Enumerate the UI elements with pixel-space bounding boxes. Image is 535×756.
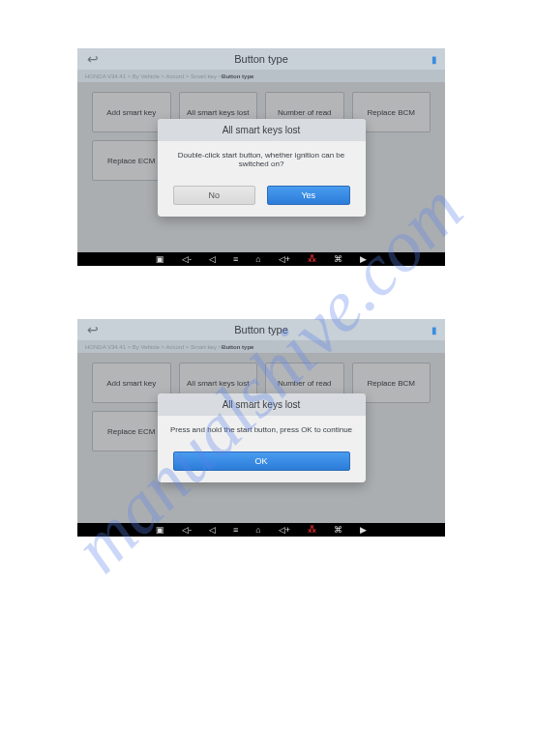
device-screen-1: ↩ Button type ▮ HONDA V34.41 > By Vehicl… [77, 48, 445, 266]
no-button[interactable]: No [173, 186, 256, 205]
nav-bar: ▣ ◁- ◁ ≡ ⌂ ◁+ ⁂ ⌘ ▶ [77, 523, 445, 537]
modal-dialog: All smart keys lost Double-click start b… [158, 119, 366, 217]
screenshot-icon[interactable]: ▶ [360, 525, 367, 535]
bluetooth-icon[interactable]: ⁂ [308, 525, 316, 535]
menu-icon[interactable]: ≡ [233, 525, 238, 535]
bluetooth-icon[interactable]: ⁂ [308, 254, 316, 264]
modal-overlay: All smart keys lost Press and hold the s… [77, 353, 445, 523]
breadcrumb: HONDA V34.41 > By Vehicle > Accord > Sma… [77, 340, 445, 353]
modal-body: Press and hold the start button, press O… [158, 416, 366, 444]
page-title: Button type [234, 53, 288, 65]
page-title: Button type [234, 324, 288, 335]
volume-up-icon[interactable]: ◁+ [279, 525, 290, 535]
usb-icon: ▮ [431, 54, 437, 65]
modal-footer: OK [158, 444, 366, 482]
ok-button[interactable]: OK [173, 451, 350, 471]
back-nav-icon[interactable]: ◁ [209, 525, 216, 535]
header-bar: ↩ Button type ▮ [77, 48, 445, 70]
volume-down-icon[interactable]: ◁- [182, 525, 192, 535]
usb-icon: ▮ [431, 325, 437, 335]
modal-footer: No Yes [158, 178, 366, 217]
back-icon[interactable]: ↩ [87, 322, 99, 337]
back-icon[interactable]: ↩ [87, 51, 99, 67]
camera-icon[interactable]: ▣ [156, 525, 164, 535]
volume-up-icon[interactable]: ◁+ [279, 254, 290, 264]
breadcrumb: HONDA V34.41 > By Vehicle > Accord > Sma… [77, 70, 445, 82]
device-screen-2: ↩ Button type ▮ HONDA V34.41 > By Vehicl… [77, 319, 445, 537]
home-icon[interactable]: ⌂ [255, 525, 260, 535]
header-bar: ↩ Button type ▮ [77, 319, 445, 340]
modal-title: All smart keys lost [158, 119, 366, 141]
back-nav-icon[interactable]: ◁ [209, 254, 216, 264]
volume-down-icon[interactable]: ◁- [182, 254, 192, 264]
screenshot-icon[interactable]: ▶ [360, 254, 367, 264]
yes-button[interactable]: Yes [267, 186, 350, 205]
camera-icon[interactable]: ▣ [156, 254, 164, 264]
modal-overlay: All smart keys lost Double-click start b… [77, 82, 445, 252]
apps-icon[interactable]: ⌘ [334, 525, 342, 535]
modal-dialog: All smart keys lost Press and hold the s… [158, 393, 366, 482]
menu-icon[interactable]: ≡ [233, 254, 238, 264]
apps-icon[interactable]: ⌘ [334, 254, 342, 264]
nav-bar: ▣ ◁- ◁ ≡ ⌂ ◁+ ⁂ ⌘ ▶ [77, 252, 445, 266]
modal-body: Double-click start button, whether ignit… [158, 141, 366, 178]
modal-title: All smart keys lost [158, 393, 366, 416]
home-icon[interactable]: ⌂ [255, 254, 260, 264]
